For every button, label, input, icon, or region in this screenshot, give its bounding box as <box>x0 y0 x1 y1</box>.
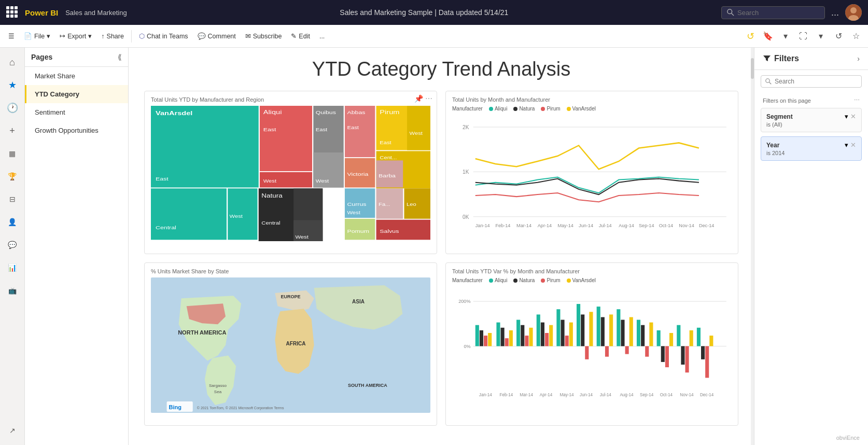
share-icon: ↑ <box>101 33 104 40</box>
filters-search-box[interactable] <box>761 75 862 88</box>
legend-manufacturer-label: Manufacturer <box>452 106 483 112</box>
nav-create[interactable]: + <box>2 120 23 141</box>
export-dropdown-icon: ▾ <box>88 32 92 40</box>
brand-watermark: obviEnce <box>754 430 868 445</box>
filter-card-year: Year ▾ ✕ is 2014 <box>761 136 862 161</box>
nav-apps[interactable]: ⊟ <box>2 189 23 210</box>
pages-title: Pages <box>31 53 52 61</box>
nav-people[interactable]: 👤 <box>2 212 23 232</box>
svg-text:Quibus: Quibus <box>316 109 337 115</box>
nav-datamart[interactable]: 📊 <box>2 257 23 278</box>
svg-text:Aliqui: Aliqui <box>263 109 282 116</box>
export-label: Export <box>67 33 86 40</box>
nav-goals[interactable]: 🏆 <box>2 166 23 187</box>
nav-external[interactable]: ↗ <box>2 420 23 441</box>
svg-text:Dec-14: Dec-14 <box>700 393 714 397</box>
svg-text:0K: 0K <box>463 214 469 220</box>
treemap-visual[interactable]: VanArsdel East Central West Natura Centr <box>151 106 430 241</box>
apps-grid-icon[interactable] <box>6 6 19 19</box>
comment-button[interactable]: 💬 Comment <box>193 30 240 42</box>
comment-label: Comment <box>208 33 236 40</box>
year-filter-label: Year <box>766 142 779 149</box>
svg-text:Mar-14: Mar-14 <box>516 223 531 228</box>
svg-text:Oct-14: Oct-14 <box>660 393 673 397</box>
filters-section-more[interactable]: ⋯ <box>854 97 860 104</box>
svg-rect-113 <box>541 323 544 346</box>
reset-button[interactable]: ↺ <box>831 29 846 44</box>
scroll-thumb[interactable] <box>751 58 754 79</box>
map-chart: % Units Market Share by State <box>144 262 437 426</box>
svg-rect-100 <box>475 325 479 346</box>
svg-rect-140 <box>677 325 680 346</box>
export-button[interactable]: ↦ Export ▾ <box>55 30 96 42</box>
svg-text:Jun-14: Jun-14 <box>580 393 593 397</box>
nav-chat[interactable]: 💬 <box>2 234 23 255</box>
svg-line-149 <box>769 82 772 85</box>
user-avatar[interactable] <box>845 4 862 21</box>
year-filter-value: is 2014 <box>766 150 856 156</box>
bar-legend-vanarsdel: VanArsdel <box>567 277 596 283</box>
share-button[interactable]: ↑ Share <box>97 31 128 42</box>
svg-text:Feb-14: Feb-14 <box>500 393 513 397</box>
svg-text:VanArsdel: VanArsdel <box>156 109 192 116</box>
map-title: % Units Market Share by State <box>151 268 430 274</box>
pin-icon[interactable]: 📌 <box>414 94 423 103</box>
page-item-sentiment[interactable]: Sentiment <box>25 103 128 121</box>
map-visual[interactable]: NORTH AMERICA EUROPE ASIA AFRICA Sargass… <box>151 277 430 413</box>
nav-home[interactable]: ⌂ <box>2 52 23 73</box>
year-filter-dropdown[interactable]: ▾ <box>845 141 848 149</box>
nav-streaming[interactable]: 📺 <box>2 280 23 301</box>
line-chart: Total Units by Month and Manufacturer Ma… <box>445 91 738 254</box>
page-item-ytd-category[interactable]: YTD Category <box>25 85 128 103</box>
svg-text:1K: 1K <box>463 169 469 175</box>
nav-datasets[interactable]: ▦ <box>2 143 23 164</box>
pages-list: Market Share YTD Category Sentiment Grow… <box>25 67 128 445</box>
svg-text:Sargasso: Sargasso <box>209 383 227 388</box>
page-item-growth-opportunities[interactable]: Growth Opportunities <box>25 121 128 140</box>
svg-text:EUROPE: EUROPE <box>281 294 300 299</box>
edit-button[interactable]: ✎ Edit <box>287 30 314 42</box>
svg-rect-119 <box>569 323 573 346</box>
bookmark-dropdown[interactable]: ▾ <box>778 29 793 44</box>
more-icon[interactable]: ⋯ <box>425 94 432 103</box>
filters-search-input[interactable] <box>775 78 857 85</box>
file-button[interactable]: 📄 File ▾ <box>20 30 54 42</box>
nav-recent[interactable]: 🕐 <box>2 98 23 118</box>
filters-expand-icon[interactable]: › <box>857 54 860 63</box>
page-heading: YTD Category Trend Analysis <box>144 58 738 80</box>
topbar-search-input[interactable] <box>737 9 805 17</box>
svg-text:0%: 0% <box>464 344 470 349</box>
toolbar-more-icon: ... <box>319 33 325 40</box>
svg-rect-145 <box>701 346 705 359</box>
svg-rect-128 <box>617 309 620 346</box>
year-filter-actions: ▾ ✕ <box>845 141 856 149</box>
left-nav: ⌂ ★ 🕐 + ▦ 🏆 ⊟ 👤 💬 📊 📺 ↗ <box>0 48 25 445</box>
svg-rect-112 <box>537 314 540 346</box>
fit-page-dropdown[interactable]: ▾ <box>813 29 829 44</box>
page-item-market-share[interactable]: Market Share <box>25 67 128 85</box>
pirum-label: Pirum <box>547 106 560 112</box>
svg-text:West: West <box>230 214 243 219</box>
svg-rect-138 <box>665 346 669 367</box>
favorite-button[interactable]: ☆ <box>848 29 864 44</box>
bookmark-button[interactable]: 🔖 <box>760 29 776 44</box>
pages-collapse-button[interactable]: ⟪ <box>118 53 122 61</box>
pages-collapse-btn[interactable]: ☰ <box>4 30 19 42</box>
bar-legend-manufacturer-label: Manufacturer <box>452 277 483 283</box>
topbar-search-box[interactable] <box>721 6 825 19</box>
segment-filter-clear[interactable]: ✕ <box>850 113 856 120</box>
topbar-more-button[interactable]: ... <box>831 7 839 18</box>
toolbar-more-button[interactable]: ... <box>315 31 329 42</box>
segment-filter-dropdown[interactable]: ▾ <box>845 113 848 120</box>
fit-page-button[interactable]: ⛶ <box>795 29 811 44</box>
treemap-chart: 📌 ⋯ Total Units YTD by Manufacturer and … <box>144 91 437 254</box>
filter-card-segment-header: Segment ▾ ✕ <box>766 113 856 120</box>
chat-teams-button[interactable]: ⬡ Chat in Teams <box>135 30 192 42</box>
refresh-button[interactable]: ↺ <box>743 29 758 44</box>
subscribe-button[interactable]: ✉ Subscribe <box>241 30 286 42</box>
main-layout: ⌂ ★ 🕐 + ▦ 🏆 ⊟ 👤 💬 📊 📺 ↗ Pages ⟪ Market S… <box>0 48 868 445</box>
svg-rect-111 <box>529 328 533 346</box>
year-filter-clear[interactable]: ✕ <box>850 141 856 149</box>
nav-favorites[interactable]: ★ <box>2 75 23 95</box>
legend-aliqui: Aliqui <box>489 106 507 112</box>
